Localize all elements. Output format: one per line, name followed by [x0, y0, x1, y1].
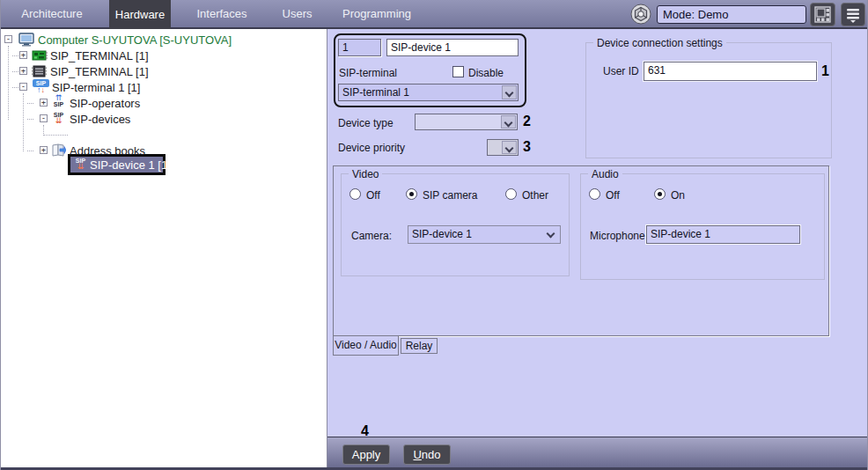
computer-icon — [18, 33, 34, 48]
audio-on-label: On — [671, 189, 685, 202]
tree-item-sip-operators[interactable]: + ⇈ SIP SIP-operators — [1, 95, 327, 111]
tab-hardware[interactable]: Hardware — [109, 0, 171, 29]
group-title: Video — [349, 168, 382, 180]
annotation-4: 4 — [361, 423, 369, 439]
chevron-down-icon[interactable] — [544, 227, 559, 242]
parent-terminal-value: SIP-terminal 1 — [342, 86, 409, 99]
tree-item-label: Computer S-UYUTOVA [S-UYUTOVA] — [38, 33, 232, 47]
tree-item-label: SIP-devices — [70, 113, 130, 126]
video-audio-tab-panel: Video Off SIP camera Other Camera: SIP-d… — [333, 165, 829, 336]
camera-select[interactable]: SIP-device 1 — [408, 225, 561, 244]
chevron-down-icon[interactable] — [502, 85, 517, 99]
parent-object-label: SIP-terminal — [339, 67, 397, 79]
sip-icon-text: SIP — [50, 101, 67, 107]
tree-item-label: SIP-terminal 1 [1] — [52, 81, 140, 94]
expand-expander[interactable]: + — [40, 99, 48, 106]
camera-value: SIP-device 1 — [412, 228, 472, 240]
sip-terminal-icon: SIP ↑↓ — [33, 79, 49, 94]
chip-icon — [32, 65, 48, 80]
down-arrows: ⇊ — [50, 118, 67, 124]
tree-item-label: Address books — [70, 144, 145, 158]
tab-interfaces[interactable]: Interfaces — [191, 0, 253, 27]
group-title: Audio — [588, 168, 622, 180]
collapse-expander[interactable]: - — [4, 35, 12, 43]
expand-expander[interactable]: + — [19, 51, 27, 59]
screen-layout-button[interactable] — [810, 3, 835, 26]
tree-item-sip-terminal-1[interactable]: - SIP ↑↓ SIP-terminal 1 [1] — [1, 79, 327, 95]
intellect-logo-icon — [630, 4, 651, 28]
hamburger-menu-icon — [845, 7, 861, 23]
tree-item-address-books[interactable]: + Address books — [1, 143, 327, 158]
video-other-radio[interactable] — [505, 188, 517, 200]
group-title: Device connection settings — [593, 37, 726, 49]
audio-off-label: Off — [606, 189, 620, 202]
tab-relay[interactable]: Relay — [401, 338, 438, 354]
microphone-label: Microphone: — [590, 230, 648, 242]
address-book-icon — [51, 143, 67, 158]
microphone-input[interactable]: SIP-device 1 — [646, 225, 800, 244]
disable-checkbox[interactable] — [452, 66, 464, 77]
circuit-board-icon — [32, 49, 48, 64]
tab-users[interactable]: Users — [277, 0, 317, 27]
video-sip-camera-radio[interactable] — [406, 188, 417, 200]
video-sip-camera-label: SIP camera — [423, 189, 477, 202]
audio-off-radio[interactable] — [589, 188, 600, 200]
chevron-down-icon[interactable] — [502, 141, 517, 154]
hardware-tree-panel: - Computer S-UYUTOVA [S-UYUTOVA] + — [1, 29, 327, 467]
main-menu-button[interactable] — [841, 3, 865, 26]
device-connection-settings-group: Device connection settings — [585, 42, 832, 158]
tree-item-label: SIP_TERMINAL [1] — [50, 49, 149, 62]
mode-input[interactable]: Mode: Demo — [657, 5, 806, 24]
audio-on-radio[interactable] — [654, 188, 666, 200]
camera-label: Camera: — [351, 230, 392, 242]
expand-expander[interactable]: + — [19, 67, 27, 75]
user-id-label: User ID — [603, 65, 639, 77]
device-priority-label: Device priority — [338, 142, 405, 154]
layout-grid-icon — [814, 6, 831, 23]
tree-item-sip-terminal-object[interactable]: + SIP_TERMINAL [1] — [1, 48, 327, 63]
tree-item-computer[interactable]: - Computer S-UYUTOVA [S-UYUTOVA] — [1, 32, 327, 48]
bottom-action-bar: Apply Undo — [327, 437, 868, 467]
sip-arrows: ↑↓ — [33, 87, 49, 93]
tab-video-audio[interactable]: Video / Audio — [333, 336, 399, 356]
annotation-1: 1 — [821, 63, 829, 79]
sip-device-icon: SIP ⇊ — [72, 158, 89, 173]
object-name-input[interactable]: SIP-device 1 — [386, 39, 519, 56]
tab-programming[interactable]: Programming — [342, 0, 412, 27]
chevron-down-icon[interactable] — [501, 115, 516, 129]
object-id-input[interactable]: 1 — [338, 39, 381, 56]
apply-button[interactable]: Apply — [342, 444, 390, 465]
disable-label: Disable — [468, 67, 504, 79]
annotation-3: 3 — [523, 139, 531, 155]
down-arrows: ⇊ — [72, 164, 89, 170]
undo-button[interactable]: Undo — [403, 444, 451, 465]
undo-label-rest: ndo — [422, 448, 441, 461]
collapse-expander[interactable]: - — [19, 83, 27, 91]
undo-label-initial: U — [413, 448, 421, 461]
sip-devices-icon: SIP ⇊ — [50, 112, 67, 127]
video-off-radio[interactable] — [349, 188, 361, 200]
tree-item-label: SIP-operators — [70, 97, 140, 110]
device-priority-select[interactable] — [487, 139, 519, 156]
collapse-expander[interactable]: - — [40, 114, 48, 122]
tree-item-label: SIP-device 1 [1] — [90, 158, 171, 172]
tab-architecture[interactable]: Architecture — [10, 0, 94, 27]
top-menu-bar: Architecture Hardware Interfaces Users P… — [1, 0, 868, 29]
user-id-input[interactable]: 631 — [644, 62, 817, 81]
sip-operators-icon: ⇈ SIP — [50, 95, 67, 110]
up-arrows: ⇈ — [50, 95, 67, 101]
video-off-label: Off — [366, 189, 380, 202]
tree-connector — [43, 135, 68, 136]
tree-item-sip-terminal-object-2[interactable]: + SIP_TERMINAL [1] — [1, 63, 327, 79]
parent-terminal-select[interactable]: SIP-terminal 1 — [338, 84, 519, 101]
video-other-label: Other — [522, 189, 548, 202]
device-type-label: Device type — [338, 117, 394, 129]
annotation-2: 2 — [523, 114, 531, 129]
tree-item-label: SIP_TERMINAL [1] — [50, 65, 149, 78]
application-window: Architecture Hardware Interfaces Users P… — [0, 0, 868, 470]
expand-expander[interactable]: + — [40, 146, 48, 154]
tree-item-sip-devices[interactable]: - SIP ⇊ SIP-devices — [1, 111, 327, 127]
device-type-select[interactable] — [415, 114, 518, 130]
